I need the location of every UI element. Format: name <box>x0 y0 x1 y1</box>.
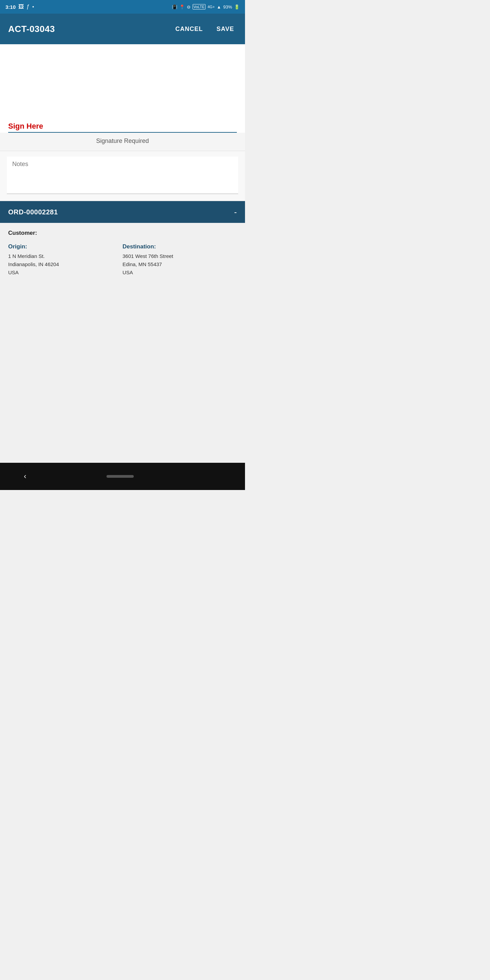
origin-label: Origin: <box>8 243 123 250</box>
home-pill[interactable] <box>107 475 134 478</box>
order-collapse-button[interactable]: - <box>234 208 237 216</box>
destination-address: 3601 West 76th Street Edina, MN 55437 US… <box>123 252 237 277</box>
destination-label: Destination: <box>123 243 237 250</box>
order-id: ORD-00002281 <box>8 208 58 216</box>
location-icon: 📍 <box>179 5 185 10</box>
origin-address: 1 N Meridian St. Indianapolis, IN 46204 … <box>8 252 123 277</box>
facebook-icon: ƒ <box>27 4 30 10</box>
status-time: 3:10 <box>5 4 16 10</box>
notes-input[interactable] <box>7 156 238 194</box>
dnd-icon: ⊖ <box>187 5 191 10</box>
order-header[interactable]: ORD-00002281 - <box>0 201 245 223</box>
volte-icon: VoLTE <box>192 4 205 10</box>
page-title: ACT-03043 <box>8 24 55 34</box>
photo-icon: 🖼 <box>18 4 24 10</box>
signature-area[interactable]: Sign Here <box>0 44 245 133</box>
customer-label: Customer: <box>8 230 237 237</box>
bottom-nav: ‹ <box>0 463 245 490</box>
sign-here-label: Sign Here <box>8 122 237 130</box>
cancel-button[interactable]: CANCEL <box>172 23 205 35</box>
status-bar-left: 3:10 🖼 ƒ • <box>5 4 34 10</box>
customer-label-text: Customer: <box>8 230 37 236</box>
notes-section <box>0 151 245 201</box>
status-bar: 3:10 🖼 ƒ • 📳 📍 ⊖ VoLTE 4G+ ▲ 93% 🔋 <box>0 0 245 14</box>
destination-col: Destination: 3601 West 76th Street Edina… <box>123 243 237 277</box>
vibrate-icon: 📳 <box>172 5 177 10</box>
address-row: Origin: 1 N Meridian St. Indianapolis, I… <box>8 243 237 277</box>
order-detail: Customer: Origin: 1 N Meridian St. India… <box>0 223 245 283</box>
battery-icon: 🔋 <box>234 5 240 10</box>
back-button[interactable]: ‹ <box>21 469 30 484</box>
notification-dot-icon: • <box>32 4 34 10</box>
main-content: Sign Here Signature Required ORD-0000228… <box>0 44 245 463</box>
app-bar: ACT-03043 CANCEL SAVE <box>0 14 245 44</box>
origin-col: Origin: 1 N Meridian St. Indianapolis, I… <box>8 243 123 277</box>
app-bar-actions: CANCEL SAVE <box>172 23 237 35</box>
signature-required-text: Signature Required <box>0 133 245 151</box>
battery-percent: 93% <box>223 5 232 10</box>
4g-icon: 4G+ <box>208 5 215 9</box>
order-section: ORD-00002281 - Customer: Origin: 1 N Mer… <box>0 201 245 283</box>
save-button[interactable]: SAVE <box>214 23 237 35</box>
status-bar-right: 📳 📍 ⊖ VoLTE 4G+ ▲ 93% 🔋 <box>172 4 240 10</box>
signal-icon: ▲ <box>217 5 221 10</box>
